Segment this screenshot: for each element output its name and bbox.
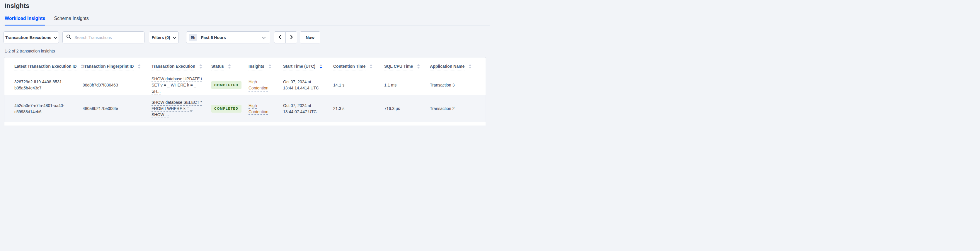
cell-contention-time: 21.3 s <box>333 106 384 112</box>
cell-transaction-execution: SHOW database SELECT * FROM t WHERE k = … <box>151 99 211 118</box>
page-title: Insights <box>5 2 29 10</box>
time-range-badge: 6h <box>189 34 197 41</box>
tab-bar: Workload Insights Schema Insights <box>3 16 490 26</box>
cell-status: COMPLETED <box>211 81 248 89</box>
column-header-transaction-fingerprint-id[interactable]: Transaction Fingerprint ID <box>83 64 151 70</box>
sort-icon[interactable] <box>138 64 141 70</box>
column-header-start-time[interactable]: Start Time (UTC) <box>283 64 333 70</box>
results-summary: 1-2 of 2 transaction insights <box>5 49 55 53</box>
table-row: 452da3e7-e7fa-4801-aa40-c59988d14eb6 480… <box>5 95 485 122</box>
time-range-next-button[interactable] <box>285 31 297 43</box>
cell-contention-time: 14.1 s <box>333 82 384 88</box>
transaction-execution-link[interactable]: SHOW database SELECT * FROM t WHERE k = … <box>151 99 205 118</box>
search-icon <box>66 34 71 40</box>
filters-dropdown-label: Filters (0) <box>151 35 170 40</box>
cell-insights: High Contention <box>248 102 283 115</box>
cell-start-time: Oct 07, 2024 at 13:44:07.447 UTC <box>283 102 333 115</box>
cell-transaction-execution: SHOW database UPDATE t SET v = _ WHERE k… <box>151 76 211 94</box>
column-header-sql-cpu-time[interactable]: SQL CPU Time <box>384 64 430 70</box>
table-row: 328729d2-ff19-4408-8531-b05a5b4e43c7 08d… <box>5 75 485 95</box>
cell-fingerprint-id: 480a8b217be006fe <box>83 106 151 112</box>
insight-link[interactable]: High Contention <box>248 79 271 91</box>
status-badge: COMPLETED <box>211 105 242 113</box>
time-range-picker[interactable]: 6h Past 6 Hours <box>186 31 270 43</box>
search-box[interactable] <box>62 31 145 43</box>
cell-start-time: Oct 07, 2024 at 13:44:14.4414 UTC <box>283 79 333 91</box>
chevron-down-icon <box>262 35 266 40</box>
now-button-label: Now <box>305 35 315 40</box>
cell-insights: High Contention <box>248 79 283 91</box>
chevron-left-icon <box>279 35 282 40</box>
insight-link[interactable]: High Contention <box>248 102 271 115</box>
cell-fingerprint-id: 08d8b7d97f830463 <box>83 82 151 88</box>
now-button[interactable]: Now <box>300 31 320 43</box>
column-header-insights[interactable]: Insights <box>248 64 283 70</box>
cell-status: COMPLETED <box>211 105 248 113</box>
search-input[interactable] <box>74 35 141 40</box>
chevron-right-icon <box>290 35 293 40</box>
column-header-application-name[interactable]: Application Name <box>430 64 485 70</box>
transaction-execution-link[interactable]: SHOW database UPDATE t SET v = _ WHERE k… <box>151 76 205 94</box>
insights-page: Insights Workload Insights Schema Insigh… <box>0 0 490 126</box>
sort-icon[interactable] <box>469 64 471 70</box>
time-range-label: Past 6 Hours <box>201 35 258 40</box>
cell-sql-cpu-time: 1.1 ms <box>384 82 430 88</box>
table-header-row: Latest Transaction Execution ID Transact… <box>5 58 485 75</box>
toolbar: Transaction Executions Filters (0) 6h Pa… <box>0 31 490 43</box>
time-range-prev-button[interactable] <box>274 31 286 43</box>
sort-icon[interactable] <box>417 64 420 70</box>
tab-workload-insights[interactable]: Workload Insights <box>5 16 45 26</box>
cell-latest-execution-id: 452da3e7-e7fa-4801-aa40-c59988d14eb6 <box>5 102 83 115</box>
execution-type-dropdown-label: Transaction Executions <box>5 35 51 40</box>
sort-icon[interactable] <box>228 64 231 70</box>
chevron-down-icon <box>54 35 57 40</box>
cell-sql-cpu-time: 716.3 µs <box>384 106 430 112</box>
execution-type-dropdown[interactable]: Transaction Executions <box>3 31 59 43</box>
status-badge: COMPLETED <box>211 81 242 89</box>
column-header-latest-transaction-execution-id[interactable]: Latest Transaction Execution ID <box>5 64 83 70</box>
filters-dropdown[interactable]: Filters (0) <box>149 31 179 43</box>
insights-table: Latest Transaction Execution ID Transact… <box>4 57 486 126</box>
tab-schema-insights[interactable]: Schema Insights <box>54 16 89 25</box>
chevron-down-icon <box>173 35 176 40</box>
cell-latest-execution-id: 328729d2-ff19-4408-8531-b05a5b4e43c7 <box>5 79 83 91</box>
sort-icon[interactable] <box>199 64 202 70</box>
column-header-transaction-execution[interactable]: Transaction Execution <box>151 64 211 70</box>
sort-icon[interactable] <box>369 64 372 70</box>
sort-icon-active-desc[interactable] <box>320 64 322 70</box>
column-header-status[interactable]: Status <box>211 64 248 70</box>
cell-application-name: Transaction 2 <box>430 106 485 112</box>
cell-application-name: Transaction 3 <box>430 82 485 88</box>
column-header-contention-time[interactable]: Contention Time <box>333 64 384 70</box>
sort-icon[interactable] <box>269 64 271 70</box>
